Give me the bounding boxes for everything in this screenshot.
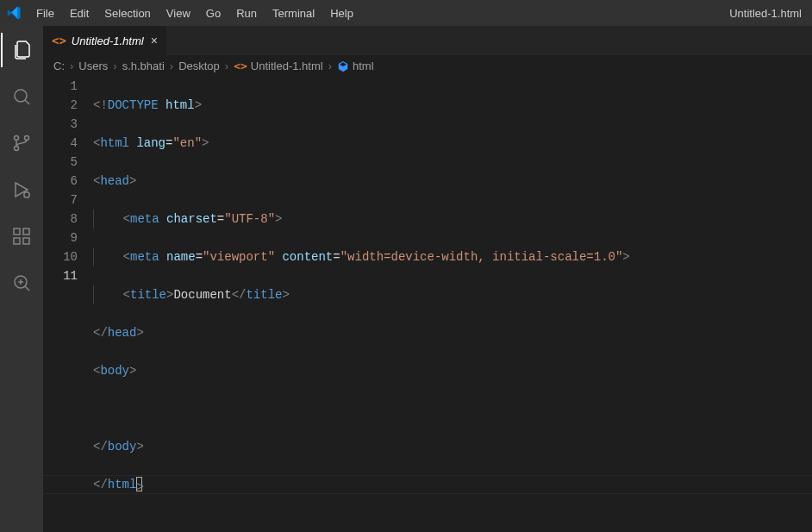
main: <> Untitled-1.html × C: › Users › s.h.bh… (0, 26, 812, 532)
menu-bar: File Edit Selection View Go Run Terminal… (29, 3, 360, 23)
bc-users[interactable]: Users (78, 59, 108, 72)
activity-source-control[interactable] (1, 126, 42, 160)
activity-zoom[interactable] (1, 266, 42, 300)
svg-rect-6 (14, 238, 20, 244)
window-title: Untitled-1.html (729, 7, 805, 20)
editor-tabs: <> Untitled-1.html × (43, 26, 812, 55)
menu-view[interactable]: View (159, 3, 197, 23)
code-line[interactable]: <!DOCTYPE html> (93, 96, 812, 115)
code-line[interactable]: <meta charset="UTF-8"> (93, 210, 812, 228)
svg-point-4 (24, 192, 29, 197)
tab-label: Untitled-1.html (72, 34, 144, 47)
code-line[interactable]: <body> (93, 361, 812, 380)
vscode-logo-icon (7, 6, 21, 20)
bc-symbol[interactable]: html (337, 59, 374, 72)
activity-search[interactable] (1, 79, 42, 114)
code-editor[interactable]: 1234567891011 <!DOCTYPE html> <html lang… (43, 77, 812, 532)
extensions-icon (11, 226, 32, 247)
menu-selection[interactable]: Selection (97, 3, 157, 23)
svg-point-1 (15, 136, 19, 141)
titlebar: File Edit Selection View Go Run Terminal… (0, 0, 812, 26)
menu-help[interactable]: Help (323, 3, 360, 23)
play-bug-icon (11, 179, 32, 200)
activity-explorer[interactable] (1, 33, 42, 67)
bc-file-label: Untitled-1.html (251, 59, 323, 72)
html-file-icon: <> (234, 59, 247, 72)
code-line[interactable]: <html lang="en"> (93, 134, 812, 153)
search-icon (11, 86, 32, 107)
bc-desktop[interactable]: Desktop (178, 59, 220, 72)
menu-file[interactable]: File (29, 3, 61, 23)
code-line[interactable]: </html> (93, 475, 812, 494)
tab-close-icon[interactable]: × (151, 34, 158, 47)
breadcrumbs[interactable]: C: › Users › s.h.bhati › Desktop › <> Un… (43, 55, 812, 77)
code-line[interactable]: <title>Document</title> (93, 285, 812, 304)
svg-rect-5 (14, 228, 20, 235)
editor-area: <> Untitled-1.html × C: › Users › s.h.bh… (43, 26, 812, 532)
menu-terminal[interactable]: Terminal (265, 3, 322, 23)
code-line[interactable]: </body> (93, 437, 812, 456)
html-file-icon: <> (52, 34, 66, 47)
files-icon (12, 40, 33, 60)
code-line[interactable]: <head> (93, 172, 812, 191)
code-line[interactable]: </head> (93, 323, 812, 342)
text-cursor: > (136, 477, 142, 491)
activity-run-debug[interactable] (1, 172, 42, 207)
activity-extensions[interactable] (1, 219, 42, 253)
chevron-right-icon: › (170, 59, 173, 72)
menu-run[interactable]: Run (229, 3, 264, 23)
code-lines[interactable]: <!DOCTYPE html> <html lang="en"> <head> … (93, 77, 812, 532)
line-number-gutter: 1234567891011 (43, 77, 93, 532)
bc-drive[interactable]: C: (53, 59, 65, 72)
menu-edit[interactable]: Edit (63, 3, 96, 23)
branch-icon (11, 133, 32, 153)
chevron-right-icon: › (70, 59, 73, 72)
menu-go[interactable]: Go (199, 3, 228, 23)
bc-symbol-label: html (353, 59, 374, 72)
bc-file[interactable]: <> Untitled-1.html (234, 59, 322, 72)
chevron-right-icon: › (225, 59, 228, 72)
svg-rect-8 (23, 228, 29, 235)
svg-point-3 (25, 136, 29, 141)
svg-point-0 (15, 90, 27, 102)
chevron-right-icon: › (113, 59, 116, 72)
code-line[interactable]: <meta name="viewport" content="width=dev… (93, 247, 812, 266)
symbol-icon (337, 60, 349, 72)
activity-bar (0, 26, 43, 532)
svg-point-2 (15, 147, 19, 151)
bc-user[interactable]: s.h.bhati (122, 59, 165, 72)
chevron-right-icon: › (328, 59, 332, 72)
tab-untitled-1[interactable]: <> Untitled-1.html × (43, 26, 167, 55)
svg-rect-7 (23, 238, 29, 244)
zoom-in-icon (11, 272, 32, 293)
code-line[interactable] (93, 399, 812, 418)
